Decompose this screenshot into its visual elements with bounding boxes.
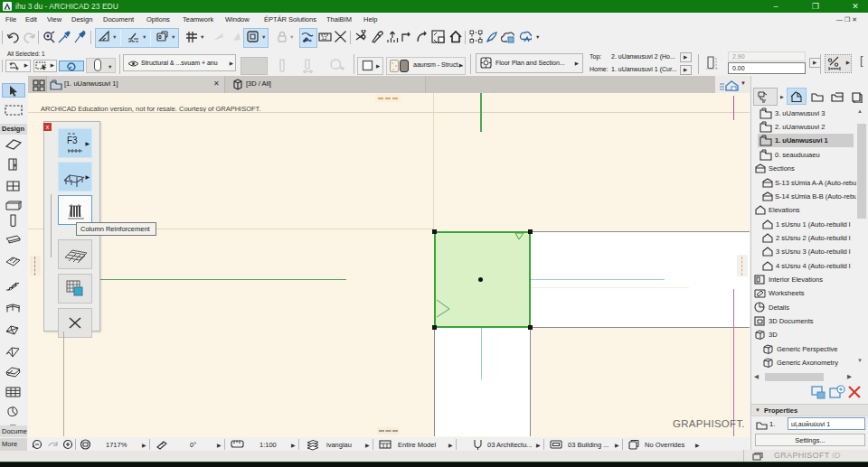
svg-text:12: 12 — [322, 35, 327, 41]
